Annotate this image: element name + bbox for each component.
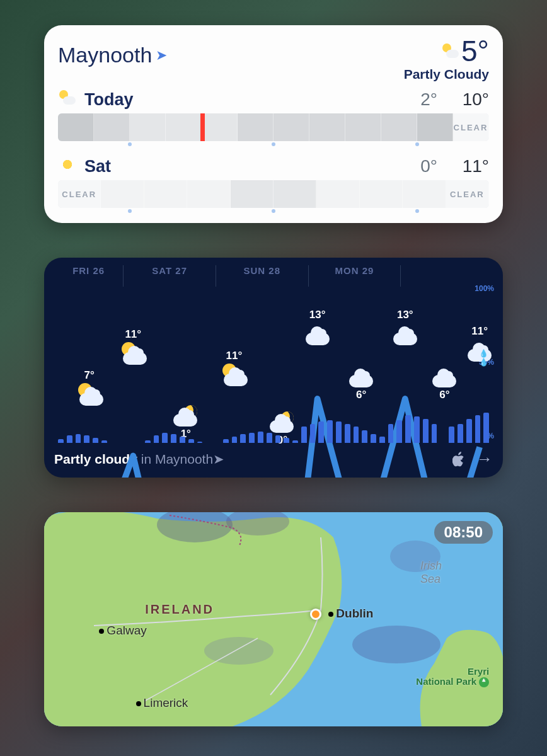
cloud-icon	[304, 323, 331, 345]
day-label: Today	[84, 90, 386, 110]
country-label: IRELAND	[145, 602, 214, 617]
forecast-chart: 100% 50% 0% 7°11°1°11°0°13°6°13°6°11°💧💧	[54, 289, 493, 440]
precip-bars	[54, 411, 493, 443]
svg-point-4	[352, 626, 440, 663]
city-label-galway: Galway	[99, 624, 146, 638]
point-temp: 13°	[304, 309, 331, 321]
city-label-limerick: Limerick	[136, 696, 188, 710]
forecast-chart-widget[interactable]: FRI 26 SAT 27 SUN 28 MON 29 100% 50% 0% …	[44, 258, 503, 478]
day-header: SAT 27	[124, 265, 216, 287]
day-header: SUN 28	[216, 265, 309, 287]
cloud-icon	[391, 323, 419, 345]
location-arrow-icon: ➤	[156, 47, 167, 64]
point-temp: 13°	[391, 309, 419, 321]
current-temperature: 5°	[461, 37, 489, 66]
low-temp: 2°	[393, 89, 437, 110]
forecast-row-today: Today 2° 10° CLEAR	[58, 89, 489, 149]
point-temp: 7°	[76, 369, 103, 382]
pc-sun-icon	[76, 383, 103, 406]
park-label: Eryri National Park	[416, 667, 489, 688]
sunny-icon	[58, 158, 77, 175]
location-name: Maynooth	[58, 43, 152, 67]
forecast-point: 11°	[220, 350, 248, 386]
forecast-point: 13°	[391, 309, 419, 345]
radar-timestamp: 08:50	[434, 521, 493, 544]
forecast-point: 13°	[304, 309, 331, 345]
day-header: MON 29	[309, 265, 401, 287]
forecast-row-sat: Sat 0° 11° CLEAR CLEAR	[58, 156, 489, 215]
day-label: Sat	[84, 157, 386, 176]
clear-segment-label: CLEAR	[453, 113, 489, 141]
low-temp: 0°	[393, 156, 437, 176]
clear-segment-label: CLEAR	[58, 180, 101, 208]
sea-label: Irish Sea	[420, 559, 442, 586]
high-temp: 10°	[445, 89, 489, 110]
point-temp: 11°	[119, 328, 147, 341]
svg-point-3	[204, 637, 274, 665]
point-temp: 11°	[466, 325, 493, 338]
forecast-point: 11°	[119, 328, 147, 365]
cloud-icon	[430, 365, 458, 387]
point-temp: 6°	[430, 389, 458, 401]
current-condition-text: Partly Cloudy	[404, 67, 489, 82]
location-heading[interactable]: Maynooth ➤	[58, 43, 167, 67]
partly-cloudy-icon	[442, 44, 459, 58]
day-header: FRI 26	[54, 265, 124, 287]
forecast-point: 7°	[76, 369, 103, 406]
pc-sun-icon	[220, 364, 248, 386]
city-label-dublin: Dublin	[328, 607, 373, 621]
forecast-point: 6°	[347, 365, 375, 401]
forecast-point: 11°💧💧	[466, 325, 493, 362]
current-time-marker	[200, 113, 205, 141]
hourly-conditions-bar: CLEAR	[58, 113, 489, 141]
high-temp: 11°	[445, 156, 489, 176]
map-background	[44, 512, 503, 726]
rain-icon: 💧💧	[466, 339, 493, 362]
clear-segment-label: CLEAR	[446, 180, 489, 208]
pc-sun-icon	[119, 342, 147, 365]
park-badge-icon	[479, 677, 489, 687]
day-headers: FRI 26 SAT 27 SUN 28 MON 29	[54, 265, 493, 287]
point-temp: 6°	[347, 389, 375, 401]
current-conditions: 5° Partly Cloudy	[404, 37, 489, 82]
weather-summary-widget[interactable]: Maynooth ➤ 5° Partly Cloudy Today 2° 10°…	[44, 25, 503, 223]
day-header	[401, 265, 493, 287]
temperature-line-icon	[54, 289, 493, 478]
point-temp: 11°	[220, 350, 248, 362]
radar-map-widget[interactable]: 08:50 IRELAND Irish Sea Eryri National P…	[44, 512, 503, 726]
partly-cloudy-icon	[58, 91, 77, 108]
cloud-icon	[347, 365, 375, 387]
forecast-point: 6°	[430, 365, 458, 401]
hourly-conditions-bar: CLEAR CLEAR	[58, 180, 489, 208]
